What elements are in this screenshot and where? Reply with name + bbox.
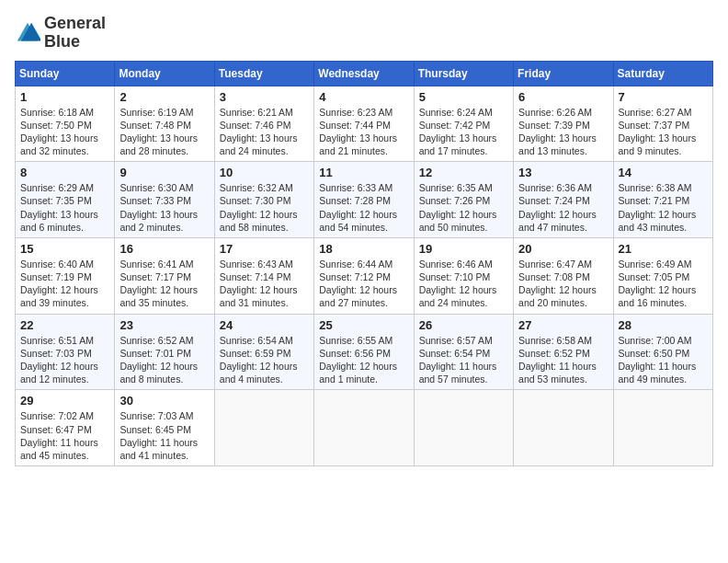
day-cell: 5 Sunrise: 6:24 AM Sunset: 7:42 PM Dayli… (414, 86, 513, 162)
day-info: Sunrise: 6:24 AM Sunset: 7:42 PM Dayligh… (419, 106, 508, 158)
week-row-2: 8 Sunrise: 6:29 AM Sunset: 7:35 PM Dayli… (16, 162, 713, 238)
day-info: Sunrise: 6:36 AM Sunset: 7:24 PM Dayligh… (518, 181, 608, 234)
col-header-wednesday: Wednesday (314, 61, 414, 86)
day-number: 10 (220, 166, 309, 179)
day-info: Sunrise: 6:47 AM Sunset: 7:08 PM Dayligh… (518, 258, 608, 310)
day-info: Sunrise: 6:55 AM Sunset: 6:56 PM Dayligh… (319, 334, 408, 386)
day-number: 25 (319, 318, 408, 332)
day-cell: 16 Sunrise: 6:41 AM Sunset: 7:17 PM Dayl… (115, 237, 214, 314)
col-header-saturday: Saturday (613, 61, 712, 86)
day-number: 11 (319, 166, 408, 179)
week-row-4: 22 Sunrise: 6:51 AM Sunset: 7:03 PM Dayl… (16, 314, 713, 390)
col-header-sunday: Sunday (16, 61, 115, 86)
day-number: 30 (119, 394, 209, 408)
day-info: Sunrise: 6:49 AM Sunset: 7:05 PM Dayligh… (619, 258, 708, 310)
day-cell (414, 390, 513, 466)
day-number: 5 (419, 90, 508, 104)
day-cell: 21 Sunrise: 6:49 AM Sunset: 7:05 PM Dayl… (613, 237, 712, 314)
day-cell: 11 Sunrise: 6:33 AM Sunset: 7:28 PM Dayl… (314, 162, 414, 238)
day-info: Sunrise: 6:41 AM Sunset: 7:17 PM Dayligh… (119, 258, 209, 310)
day-info: Sunrise: 6:43 AM Sunset: 7:14 PM Dayligh… (220, 258, 309, 310)
day-number: 19 (419, 242, 508, 256)
logo: General Blue (15, 15, 106, 52)
day-info: Sunrise: 6:19 AM Sunset: 7:48 PM Dayligh… (119, 106, 209, 158)
day-number: 21 (619, 242, 708, 256)
day-number: 12 (419, 166, 508, 179)
day-number: 23 (119, 318, 209, 332)
day-cell: 14 Sunrise: 6:38 AM Sunset: 7:21 PM Dayl… (613, 162, 712, 238)
day-cell: 8 Sunrise: 6:29 AM Sunset: 7:35 PM Dayli… (16, 162, 115, 238)
day-cell: 25 Sunrise: 6:55 AM Sunset: 6:56 PM Dayl… (314, 314, 414, 390)
day-cell (613, 390, 712, 466)
day-cell: 9 Sunrise: 6:30 AM Sunset: 7:33 PM Dayli… (115, 162, 214, 238)
day-info: Sunrise: 6:44 AM Sunset: 7:12 PM Dayligh… (319, 258, 408, 310)
page-header: General Blue (15, 15, 713, 52)
day-number: 27 (518, 318, 608, 332)
day-number: 8 (20, 166, 109, 179)
week-row-5: 29 Sunrise: 7:02 AM Sunset: 6:47 PM Dayl… (16, 390, 713, 466)
day-cell: 3 Sunrise: 6:21 AM Sunset: 7:46 PM Dayli… (214, 86, 313, 162)
day-cell: 1 Sunrise: 6:18 AM Sunset: 7:50 PM Dayli… (16, 86, 115, 162)
calendar: SundayMondayTuesdayWednesdayThursdayFrid… (15, 61, 713, 466)
col-header-monday: Monday (115, 61, 214, 86)
day-number: 2 (119, 90, 209, 104)
day-cell: 30 Sunrise: 7:03 AM Sunset: 6:45 PM Dayl… (115, 390, 214, 466)
day-info: Sunrise: 6:52 AM Sunset: 7:01 PM Dayligh… (119, 334, 209, 386)
day-info: Sunrise: 6:51 AM Sunset: 7:03 PM Dayligh… (20, 334, 109, 386)
day-cell: 2 Sunrise: 6:19 AM Sunset: 7:48 PM Dayli… (115, 86, 214, 162)
day-cell: 13 Sunrise: 6:36 AM Sunset: 7:24 PM Dayl… (514, 162, 613, 238)
day-number: 16 (119, 242, 209, 256)
day-number: 20 (518, 242, 608, 256)
day-cell: 20 Sunrise: 6:47 AM Sunset: 7:08 PM Dayl… (514, 237, 613, 314)
col-header-tuesday: Tuesday (214, 61, 313, 86)
day-info: Sunrise: 6:29 AM Sunset: 7:35 PM Dayligh… (20, 181, 109, 234)
col-header-thursday: Thursday (414, 61, 513, 86)
day-info: Sunrise: 6:38 AM Sunset: 7:21 PM Dayligh… (619, 181, 708, 234)
day-number: 26 (419, 318, 508, 332)
day-number: 7 (619, 90, 708, 104)
day-number: 1 (20, 90, 109, 104)
day-cell (214, 390, 313, 466)
day-info: Sunrise: 6:46 AM Sunset: 7:10 PM Dayligh… (419, 258, 508, 310)
col-header-friday: Friday (514, 61, 613, 86)
day-cell: 29 Sunrise: 7:02 AM Sunset: 6:47 PM Dayl… (16, 390, 115, 466)
day-info: Sunrise: 6:32 AM Sunset: 7:30 PM Dayligh… (220, 181, 309, 234)
day-cell: 7 Sunrise: 6:27 AM Sunset: 7:37 PM Dayli… (613, 86, 712, 162)
day-number: 18 (319, 242, 408, 256)
day-number: 9 (119, 166, 209, 179)
day-cell: 23 Sunrise: 6:52 AM Sunset: 7:01 PM Dayl… (115, 314, 214, 390)
day-cell: 17 Sunrise: 6:43 AM Sunset: 7:14 PM Dayl… (214, 237, 313, 314)
day-cell: 12 Sunrise: 6:35 AM Sunset: 7:26 PM Dayl… (414, 162, 513, 238)
day-cell: 28 Sunrise: 7:00 AM Sunset: 6:50 PM Dayl… (613, 314, 712, 390)
day-info: Sunrise: 6:27 AM Sunset: 7:37 PM Dayligh… (619, 106, 708, 158)
day-cell: 10 Sunrise: 6:32 AM Sunset: 7:30 PM Dayl… (214, 162, 313, 238)
day-cell: 22 Sunrise: 6:51 AM Sunset: 7:03 PM Dayl… (16, 314, 115, 390)
day-cell: 26 Sunrise: 6:57 AM Sunset: 6:54 PM Dayl… (414, 314, 513, 390)
day-cell: 18 Sunrise: 6:44 AM Sunset: 7:12 PM Dayl… (314, 237, 414, 314)
day-number: 17 (220, 242, 309, 256)
day-info: Sunrise: 6:35 AM Sunset: 7:26 PM Dayligh… (419, 181, 508, 234)
day-number: 28 (619, 318, 708, 332)
day-cell: 19 Sunrise: 6:46 AM Sunset: 7:10 PM Dayl… (414, 237, 513, 314)
day-cell: 4 Sunrise: 6:23 AM Sunset: 7:44 PM Dayli… (314, 86, 414, 162)
day-info: Sunrise: 6:18 AM Sunset: 7:50 PM Dayligh… (20, 106, 109, 158)
day-info: Sunrise: 6:58 AM Sunset: 6:52 PM Dayligh… (518, 334, 608, 386)
day-info: Sunrise: 6:23 AM Sunset: 7:44 PM Dayligh… (319, 106, 408, 158)
week-row-3: 15 Sunrise: 6:40 AM Sunset: 7:19 PM Dayl… (16, 237, 713, 314)
day-info: Sunrise: 6:33 AM Sunset: 7:28 PM Dayligh… (319, 181, 408, 234)
logo-icon (15, 20, 40, 46)
day-cell (514, 390, 613, 466)
day-info: Sunrise: 6:40 AM Sunset: 7:19 PM Dayligh… (20, 258, 109, 310)
day-info: Sunrise: 7:02 AM Sunset: 6:47 PM Dayligh… (20, 409, 109, 462)
day-number: 15 (20, 242, 109, 256)
day-cell (314, 390, 414, 466)
day-info: Sunrise: 7:03 AM Sunset: 6:45 PM Dayligh… (119, 409, 209, 462)
day-cell: 24 Sunrise: 6:54 AM Sunset: 6:59 PM Dayl… (214, 314, 313, 390)
day-number: 4 (319, 90, 408, 104)
day-number: 29 (20, 394, 109, 408)
day-number: 3 (220, 90, 309, 104)
day-number: 22 (20, 318, 109, 332)
day-number: 13 (518, 166, 608, 179)
day-info: Sunrise: 6:54 AM Sunset: 6:59 PM Dayligh… (220, 334, 309, 386)
day-cell: 6 Sunrise: 6:26 AM Sunset: 7:39 PM Dayli… (514, 86, 613, 162)
